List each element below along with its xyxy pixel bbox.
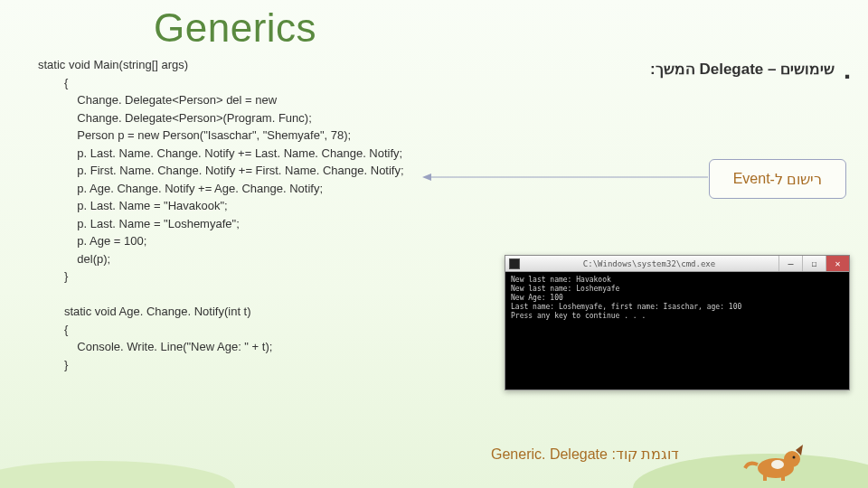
slide-title: Generics xyxy=(154,5,316,51)
console-path: C:\Windows\system32\cmd.exe xyxy=(520,259,778,268)
callout-prefix: רישום ל- xyxy=(770,171,823,188)
plus-icon: + xyxy=(71,468,83,481)
bullet-icon: ▪ xyxy=(844,68,850,73)
slide-heading: ▪ שימושים – Delegate המשך: xyxy=(650,60,850,79)
cc-icon: cc xyxy=(13,468,25,481)
by-icon: ⍟ xyxy=(27,468,40,481)
svg-point-7 xyxy=(793,456,796,459)
svg-marker-1 xyxy=(422,174,431,181)
window-buttons: – ☐ ✕ xyxy=(778,256,849,271)
callout-word: Event xyxy=(733,171,770,187)
maximize-button[interactable]: ☐ xyxy=(802,256,826,271)
footer-prefix: דוגמת קוד: xyxy=(611,446,679,462)
svg-rect-5 xyxy=(781,474,785,481)
license-badges: cc ⍟ $ ↻ + xyxy=(13,468,83,481)
console-window: C:\Windows\system32\cmd.exe – ☐ ✕ New la… xyxy=(505,255,850,390)
nc-icon: $ xyxy=(42,468,54,481)
close-button[interactable]: ✕ xyxy=(826,256,849,271)
console-output: New last name: Havakook New last name: L… xyxy=(505,272,849,324)
svg-point-6 xyxy=(771,460,784,469)
heading-prefix: שימושים xyxy=(780,61,835,78)
svg-rect-4 xyxy=(763,474,767,481)
decorative-dog-icon xyxy=(736,437,805,483)
code-block-main: static void Main(string[] args) { Change… xyxy=(38,56,404,373)
callout-event-register: רישום ל-Event xyxy=(709,159,846,199)
heading-delegate: Delegate xyxy=(699,61,763,78)
heading-suffix: המשך: xyxy=(650,61,695,78)
console-titlebar: C:\Windows\system32\cmd.exe – ☐ ✕ xyxy=(505,256,849,272)
footer-caption: דוגמת קוד: Generic. Delegate xyxy=(491,446,679,463)
cmd-icon xyxy=(509,258,520,269)
heading-dash: – xyxy=(768,61,776,78)
footer-word: Generic. Delegate xyxy=(491,446,608,462)
callout-connector xyxy=(422,176,708,178)
svg-point-2 xyxy=(758,458,794,478)
sa-icon: ↻ xyxy=(56,468,69,481)
minimize-button[interactable]: – xyxy=(778,256,802,271)
svg-point-3 xyxy=(784,451,800,467)
decorative-grass xyxy=(0,434,868,488)
